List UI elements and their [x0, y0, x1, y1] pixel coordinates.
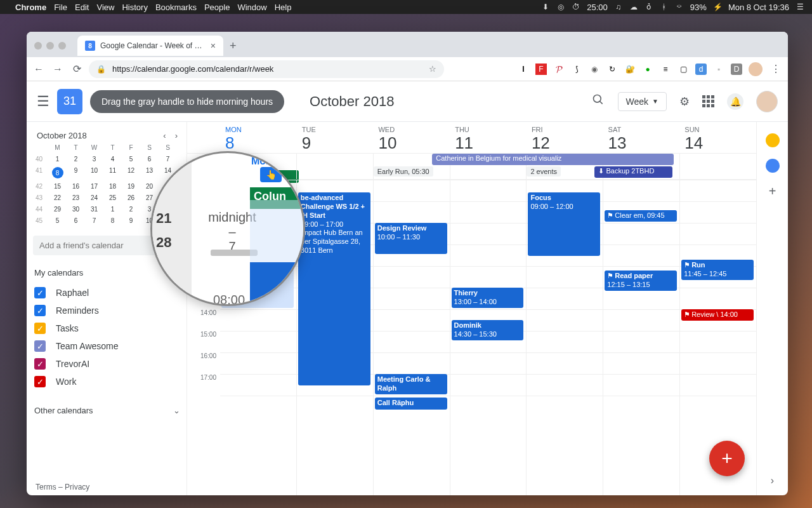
two-events[interactable]: 2 events: [527, 166, 561, 177]
calendar-item[interactable]: ✓Raphael: [33, 284, 181, 302]
notifications-icon[interactable]: 🔔: [727, 93, 743, 110]
day-header[interactable]: Mon8: [220, 122, 297, 153]
terms-privacy[interactable]: Terms – Privacy: [33, 479, 181, 495]
wifi-icon[interactable]: ⌔: [675, 3, 684, 11]
menu-edit[interactable]: Edit: [75, 3, 89, 12]
menu-people[interactable]: People: [204, 3, 230, 12]
day-column[interactable]: ⚑Meditat, 08:00Focus09:00 – 12:00: [526, 180, 603, 495]
calendar-event[interactable]: ⚑Run11:45 – 12:45: [681, 260, 754, 280]
menu-history[interactable]: History: [122, 3, 147, 12]
menu-button[interactable]: ⋮: [769, 63, 783, 75]
ext-d2-icon[interactable]: D: [731, 64, 742, 75]
clock[interactable]: Mon 8 Oct 19:36: [728, 3, 789, 12]
profile-avatar-icon[interactable]: [749, 62, 763, 76]
day-column[interactable]: ⚑Meditat, 08:00⚑Clear em, 09:45⚑Read pap…: [603, 180, 679, 495]
reload-button[interactable]: ⟳: [70, 63, 84, 75]
day-column[interactable]: ⚑Meditat, 08:00be-advanced Challenge WS …: [296, 180, 373, 495]
ext-flipboard-icon[interactable]: F: [535, 64, 547, 75]
create-event-fab[interactable]: +: [709, 441, 745, 476]
minimize-window-icon[interactable]: [46, 42, 54, 50]
view-picker[interactable]: Week ▼: [618, 92, 667, 111]
day-header[interactable]: Sun14: [679, 122, 756, 153]
add-friend-input[interactable]: [33, 236, 168, 255]
account-avatar-icon[interactable]: [756, 91, 778, 112]
day-header[interactable]: Tue9: [297, 122, 374, 153]
menu-view[interactable]: View: [96, 3, 114, 12]
day-column[interactable]: ⚑Meditat, 08:00Design Review10:00 – 11:3…: [373, 180, 450, 495]
ext-buffer-icon[interactable]: ≡: [660, 64, 671, 75]
ext-bird-icon[interactable]: ⟆: [571, 64, 582, 75]
calendar-event[interactable]: Focus09:00 – 12:00: [528, 192, 600, 256]
catherine-band[interactable]: Catherine in Belgium for medical visuali…: [432, 154, 674, 165]
circle-icon[interactable]: ◎: [556, 3, 565, 11]
allday-tue[interactable]: [296, 154, 373, 179]
day-header[interactable]: Sat13: [603, 122, 680, 153]
list-icon[interactable]: ☰: [796, 3, 804, 11]
calendar-event[interactable]: Meeting Carlo & Ralph17:00 – 18:00: [375, 374, 447, 394]
search-icon[interactable]: [591, 93, 605, 109]
battery-icon[interactable]: ⚡: [713, 3, 722, 11]
day-header[interactable]: Wed10: [373, 122, 450, 153]
zoom-window-icon[interactable]: [58, 42, 66, 50]
ext-green-icon[interactable]: ●: [642, 64, 653, 75]
backup-band[interactable]: ⬇ Backup 2TBHD: [594, 166, 672, 178]
apps-grid-icon[interactable]: [702, 95, 714, 107]
calendar-event[interactable]: be-advanced Challenge WS 1/2 + IH Start0…: [298, 192, 370, 385]
star-icon[interactable]: ☆: [429, 64, 436, 74]
day-column[interactable]: ⚑Meditat, 08:00Thierry13:00 – 14:00Domin…: [450, 180, 527, 495]
other-calendars-section[interactable]: Other calendars ⌄: [33, 402, 181, 422]
ext-instapaper-icon[interactable]: I: [518, 64, 529, 75]
ext-box-icon[interactable]: ▢: [678, 64, 689, 75]
back-button[interactable]: ←: [32, 64, 46, 75]
ext-lock-icon[interactable]: 🔐: [624, 64, 636, 75]
dropbox-icon[interactable]: ⬇: [541, 3, 550, 11]
keep-icon[interactable]: [766, 133, 780, 147]
menu-help[interactable]: Help: [275, 3, 292, 12]
new-tab-button[interactable]: +: [230, 39, 237, 53]
minical-next-icon[interactable]: ›: [175, 131, 178, 140]
day-header[interactable]: Thu11: [450, 122, 527, 153]
flame-icon[interactable]: ỏ: [645, 3, 653, 11]
tasks-icon[interactable]: [766, 159, 780, 173]
my-calendars-section[interactable]: My calendars ⌃: [33, 264, 181, 284]
address-bar[interactable]: 🔒 https://calendar.google.com/calendar/r…: [89, 60, 444, 78]
browser-tab[interactable]: 8 Google Calendar - Week of Oct ×: [77, 36, 223, 56]
cloud-icon[interactable]: ☁: [629, 3, 638, 11]
tomato-icon[interactable]: ⏱: [572, 3, 580, 11]
forward-button[interactable]: →: [51, 64, 65, 75]
calendar-event[interactable]: ⚑Clear em, 09:45: [605, 210, 677, 222]
battery-pct[interactable]: 93%: [690, 3, 707, 12]
menu-chrome[interactable]: Chrome: [15, 3, 46, 12]
calendar-event[interactable]: ⚑Review \ 14:00: [681, 309, 754, 321]
ext-pinterest-icon[interactable]: 𝓟: [553, 64, 565, 75]
ext-camera-icon[interactable]: ◉: [589, 64, 600, 75]
bluetooth-icon[interactable]: ᚼ: [660, 3, 669, 11]
calendar-logo-icon[interactable]: 31: [57, 89, 82, 114]
menu-window[interactable]: Window: [237, 3, 266, 12]
calendar-item[interactable]: ✓TrevorAI: [33, 355, 181, 373]
calendar-event[interactable]: Dominik14:30 – 15:30: [452, 320, 524, 340]
ext-generic-icon[interactable]: ▪: [713, 64, 724, 75]
early-run[interactable]: Early Run, 05:30: [374, 166, 433, 177]
add-addon-icon[interactable]: +: [769, 184, 776, 199]
window-controls[interactable]: [34, 42, 66, 50]
menu-file[interactable]: File: [54, 3, 67, 12]
collapse-panel-icon[interactable]: ›: [771, 475, 774, 486]
close-window-icon[interactable]: [34, 42, 42, 50]
settings-icon[interactable]: ⚙: [679, 95, 690, 109]
hamburger-icon[interactable]: ☰: [37, 93, 49, 110]
calendar-item[interactable]: ✓Reminders: [33, 302, 181, 319]
ext-d-icon[interactable]: d: [695, 64, 707, 75]
menu-bookmarks[interactable]: Bookmarks: [155, 3, 197, 12]
calendar-event[interactable]: Call Räphu: [375, 398, 447, 409]
calendar-item[interactable]: ✓Team Awesome: [33, 337, 181, 355]
pomodoro-time[interactable]: 25:00: [587, 3, 608, 12]
calendar-event[interactable]: Thierry13:00 – 14:00: [452, 288, 524, 308]
calendar-item[interactable]: ✓Work: [33, 373, 181, 391]
ext-refresh-icon[interactable]: ↻: [606, 64, 618, 75]
headphones-icon[interactable]: ♫: [614, 3, 623, 11]
day-header[interactable]: Fri12: [527, 122, 603, 153]
allday-sun[interactable]: [679, 154, 756, 179]
close-tab-icon[interactable]: ×: [211, 41, 216, 51]
calendar-event[interactable]: ⚑Read paper12:15 – 13:15: [605, 271, 677, 291]
